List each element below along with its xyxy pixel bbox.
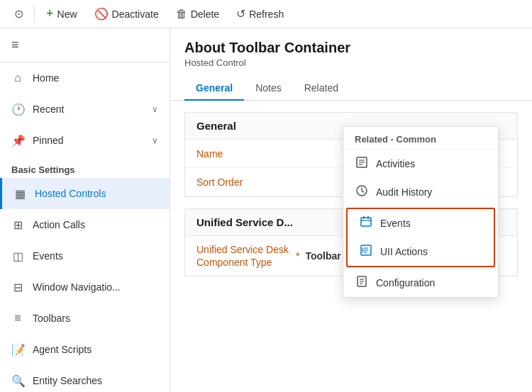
dropdown-item-events[interactable]: Events <box>348 209 494 237</box>
deactivate-icon: 🚫 <box>94 7 109 21</box>
tab-notes[interactable]: Notes <box>244 77 293 101</box>
entity-searches-icon: 🔍 <box>11 374 24 388</box>
sidebar-item-recent[interactable]: 🕐 Recent ∨ <box>0 94 170 125</box>
tab-general[interactable]: General <box>184 77 244 101</box>
page-title: About Toolbar Container <box>184 40 518 56</box>
uii-actions-icon <box>359 244 373 259</box>
sidebar-item-events[interactable]: ◫ Events <box>0 240 170 271</box>
sidebar-item-hosted-controls[interactable]: ▦ Hosted Controls <box>0 178 170 209</box>
name-field-label: Name <box>196 148 282 159</box>
recent-icon: 🕐 <box>11 103 24 116</box>
toolbars-label: Toolbars <box>33 313 158 324</box>
sidebar-item-pinned[interactable]: 📌 Pinned ∨ <box>0 125 170 156</box>
dropdown-item-audit-history[interactable]: Audit History <box>343 178 498 206</box>
events-dropdown-label: Events <box>380 218 411 229</box>
hosted-controls-icon: ▦ <box>13 187 26 201</box>
basic-settings-label: Basic Settings <box>0 156 170 178</box>
refresh-button[interactable]: ↺ Refresh <box>228 0 292 28</box>
page-subtitle: Hosted Control <box>184 57 518 68</box>
sidebar-home-label: Home <box>33 72 158 84</box>
sidebar-item-toolbars[interactable]: ≡ Toolbars <box>0 303 170 334</box>
sidebar: ≡ ⌂ Home 🕐 Recent ∨ 📌 Pinned ∨ Basic Set… <box>0 28 170 392</box>
deactivate-label: Deactivate <box>112 9 159 20</box>
uii-actions-label: UII Actions <box>380 246 428 257</box>
delete-label: Delete <box>191 9 219 20</box>
audit-history-icon <box>355 184 369 200</box>
highlighted-events-wrapper: Events UII Actions <box>346 208 495 267</box>
deactivate-button[interactable]: 🚫 Deactivate <box>86 0 167 28</box>
sidebar-item-entity-searches[interactable]: 🔍 Entity Searches <box>0 365 170 392</box>
action-calls-icon: ⊞ <box>11 218 24 232</box>
delete-button[interactable]: 🗑 Delete <box>167 0 228 28</box>
main-layout: ≡ ⌂ Home 🕐 Recent ∨ 📌 Pinned ∨ Basic Set… <box>0 28 532 392</box>
required-star: * <box>296 250 299 262</box>
events-dropdown-icon <box>359 215 373 231</box>
sidebar-pinned-label: Pinned <box>33 135 143 146</box>
pin-icon: 📌 <box>11 134 24 147</box>
agent-scripts-icon: 📝 <box>11 343 24 357</box>
sort-order-field-label: Sort Order <box>196 177 282 188</box>
sidebar-item-window-navigation[interactable]: ⊟ Window Navigatio... <box>0 271 170 303</box>
new-label: New <box>57 9 77 20</box>
toolbar: ⊙ + New 🚫 Deactivate 🗑 Delete ↺ Refresh <box>0 0 532 28</box>
content-header: About Toolbar Container Hosted Control <box>170 28 532 68</box>
audit-history-label: Audit History <box>376 186 432 198</box>
dropdown-item-activities[interactable]: Activities <box>343 150 498 178</box>
pinned-chevron-icon: ∨ <box>152 135 158 145</box>
hosted-controls-label: Hosted Controls <box>35 188 158 199</box>
component-type-field-label: Unified Service DeskComponent Type <box>196 243 296 269</box>
content-area: About Toolbar Container Hosted Control G… <box>170 28 532 392</box>
events-icon: ◫ <box>11 250 24 263</box>
tab-related[interactable]: Related <box>293 77 350 101</box>
configuration-icon <box>355 275 369 291</box>
nav-forward-button[interactable]: ⊙ <box>6 0 31 28</box>
entity-searches-label: Entity Searches <box>33 375 158 386</box>
sidebar-item-home[interactable]: ⌂ Home <box>0 62 170 94</box>
activities-icon <box>355 156 369 172</box>
refresh-label: Refresh <box>249 9 284 20</box>
hamburger-icon[interactable]: ≡ <box>11 38 19 52</box>
new-button[interactable]: + New <box>38 0 86 28</box>
window-nav-label: Window Navigatio... <box>33 281 158 293</box>
dropdown-section-label: Related - Common <box>343 127 498 150</box>
svg-rect-5 <box>361 218 371 226</box>
agent-scripts-label: Agent Scripts <box>33 344 158 355</box>
sidebar-scroll: ⌂ Home 🕐 Recent ∨ 📌 Pinned ∨ Basic Setti… <box>0 62 170 392</box>
configuration-label: Configuration <box>376 277 435 289</box>
activities-label: Activities <box>376 158 415 169</box>
events-label: Events <box>33 250 158 262</box>
recent-chevron-icon: ∨ <box>152 104 158 114</box>
dropdown-item-configuration[interactable]: Configuration <box>343 269 498 297</box>
toolbar-separator <box>34 6 35 23</box>
delete-icon: 🗑 <box>176 8 187 21</box>
refresh-icon: ↺ <box>236 7 245 21</box>
toolbars-icon: ≡ <box>11 312 24 325</box>
related-dropdown: Related - Common Activities <box>343 126 499 298</box>
forward-icon: ⊙ <box>14 7 23 21</box>
plus-icon: + <box>46 6 54 21</box>
window-nav-icon: ⊟ <box>11 281 24 294</box>
dropdown-item-uii-actions[interactable]: UII Actions <box>348 237 494 266</box>
tabs-bar: General Notes Related <box>170 77 532 101</box>
sidebar-header: ≡ <box>0 28 170 62</box>
home-icon: ⌂ <box>11 72 24 84</box>
sidebar-recent-label: Recent <box>33 103 143 115</box>
action-calls-label: Action Calls <box>33 219 158 230</box>
sidebar-item-action-calls[interactable]: ⊞ Action Calls <box>0 209 170 240</box>
sidebar-item-agent-scripts[interactable]: 📝 Agent Scripts <box>0 334 170 365</box>
